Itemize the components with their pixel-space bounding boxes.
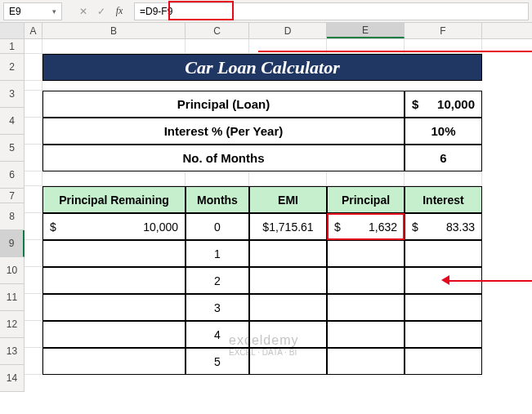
name-box[interactable]: E9 ▾ [3, 2, 62, 20]
cell[interactable] [405, 348, 482, 375]
formula-input[interactable]: =D9-F9 [134, 2, 529, 20]
header-months[interactable]: Months [186, 186, 249, 213]
cell[interactable] [25, 145, 42, 171]
col-header-c[interactable]: C [186, 23, 249, 38]
cell[interactable] [249, 240, 327, 267]
cell[interactable] [25, 118, 42, 145]
cell[interactable] [249, 348, 327, 375]
row-header-9[interactable]: 9 [0, 230, 25, 257]
months-label[interactable]: No. of Months [42, 145, 405, 171]
name-box-dropdown-icon[interactable]: ▾ [52, 7, 56, 16]
row-header-11[interactable]: 11 [0, 284, 25, 311]
months-cell[interactable]: 0 [186, 213, 249, 240]
currency-symbol: $ [334, 220, 341, 234]
row-header-2[interactable]: 2 [0, 54, 25, 81]
header-emi[interactable]: EMI [249, 186, 327, 213]
row-header-4[interactable]: 4 [0, 108, 25, 135]
cell[interactable] [42, 171, 186, 186]
cell[interactable] [42, 348, 186, 375]
select-all-corner[interactable] [0, 23, 25, 38]
interest-value: 83.33 [446, 220, 475, 234]
row-header-1[interactable]: 1 [0, 39, 25, 54]
row-header-12[interactable]: 12 [0, 311, 25, 338]
cell[interactable] [25, 213, 42, 240]
cell[interactable] [25, 171, 42, 186]
interest-label[interactable]: Interest % (Per Year) [42, 118, 405, 145]
cell[interactable] [25, 39, 42, 54]
cell[interactable] [25, 294, 42, 321]
principal-remaining-cell[interactable]: $ 10,000 [42, 213, 186, 240]
cell[interactable] [25, 267, 42, 294]
row-header-10[interactable]: 10 [0, 257, 25, 284]
col-header-d[interactable]: D [249, 23, 327, 38]
months-cell[interactable]: 1 [186, 240, 249, 267]
cell[interactable] [25, 348, 42, 375]
interest-cell[interactable]: $ 83.33 [405, 213, 482, 240]
row-header-3[interactable]: 3 [0, 81, 25, 108]
cell[interactable] [405, 240, 482, 267]
months-cell[interactable]: 5 [186, 348, 249, 375]
cell[interactable] [42, 240, 186, 267]
currency-symbol: $ [50, 220, 56, 234]
row-header-7[interactable]: 7 [0, 189, 25, 203]
interest-value[interactable]: 10% [405, 118, 482, 145]
months-cell[interactable]: 3 [186, 294, 249, 321]
cell[interactable] [405, 321, 482, 348]
cell[interactable] [249, 294, 327, 321]
sheet-area: 1 2 3 4 5 6 7 8 9 10 11 12 13 14 Car Lo [0, 39, 532, 392]
cell[interactable] [327, 267, 405, 294]
cell[interactable] [42, 81, 482, 91]
cell[interactable] [42, 321, 186, 348]
months-value[interactable]: 6 [405, 145, 482, 171]
months-cell[interactable]: 2 [186, 267, 249, 294]
annotation-arrow [448, 280, 532, 282]
principal-label[interactable]: Principal (Loan) [42, 91, 405, 118]
col-header-f[interactable]: F [405, 23, 482, 38]
enter-icon[interactable]: ✓ [93, 3, 110, 20]
cell[interactable] [405, 171, 482, 186]
formula-text: =D9-F9 [140, 6, 172, 17]
cell[interactable] [42, 294, 186, 321]
row-header-13[interactable]: 13 [0, 338, 25, 365]
cell[interactable] [42, 39, 186, 54]
cell[interactable] [405, 294, 482, 321]
cell[interactable] [249, 267, 327, 294]
cell[interactable] [249, 321, 327, 348]
cell[interactable] [25, 321, 42, 348]
title-cell[interactable]: Car Loan Calculator [42, 54, 482, 81]
cell[interactable] [327, 294, 405, 321]
col-header-e[interactable]: E [327, 23, 405, 38]
cell[interactable] [327, 171, 405, 186]
grid[interactable]: Car Loan Calculator Principal (Loan) $ 1… [25, 39, 482, 392]
cell[interactable] [25, 91, 42, 118]
cell[interactable] [25, 186, 42, 213]
cell[interactable] [186, 39, 249, 54]
principal-remaining-value: 10,000 [143, 220, 178, 234]
col-header-a[interactable]: A [25, 23, 42, 38]
row-header-5[interactable]: 5 [0, 135, 25, 162]
cell[interactable] [25, 240, 42, 267]
emi-cell[interactable]: $1,715.61 [249, 213, 327, 240]
header-interest[interactable]: Interest [405, 186, 482, 213]
col-header-b[interactable]: B [42, 23, 186, 38]
cell[interactable] [25, 81, 42, 91]
cell[interactable] [249, 171, 327, 186]
fx-icon[interactable]: fx [111, 3, 127, 20]
principal-cell[interactable]: $ 1,632 [327, 213, 405, 240]
cell[interactable] [186, 171, 249, 186]
cancel-icon[interactable]: ✕ [75, 3, 92, 20]
row-header-8[interactable]: 8 [0, 203, 25, 230]
cell[interactable] [42, 267, 186, 294]
principal-value[interactable]: $ 10,000 [405, 91, 482, 118]
row-header-6[interactable]: 6 [0, 162, 25, 189]
cell[interactable] [327, 240, 405, 267]
row-header-14[interactable]: 14 [0, 365, 25, 392]
cell[interactable] [25, 54, 42, 81]
formula-bar-buttons: ✕ ✓ fx [75, 3, 127, 20]
cell[interactable] [327, 348, 405, 375]
cell[interactable] [327, 321, 405, 348]
months-cell[interactable]: 4 [186, 321, 249, 348]
currency-symbol: $ [412, 220, 418, 234]
header-principal[interactable]: Principal [327, 186, 405, 213]
header-principal-remaining[interactable]: Principal Remaining [42, 186, 186, 213]
